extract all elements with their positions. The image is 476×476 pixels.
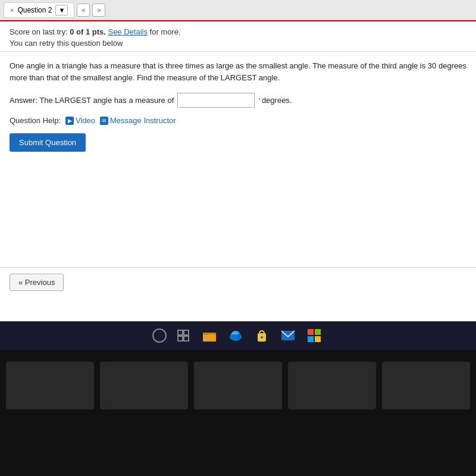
video-link[interactable]: ▶ Video [65,116,95,125]
previous-button[interactable]: « Previous [10,274,64,291]
svg-rect-1 [184,330,189,335]
bottom-nav: « Previous [0,268,476,297]
dark-block-5 [382,362,470,409]
svg-rect-2 [178,336,183,341]
edge-browser-icon[interactable] [226,326,245,345]
svg-rect-12 [308,329,314,335]
search-icon[interactable] [152,328,167,343]
score-bar: Score on last try: 0 of 1 pts. See Detai… [0,20,476,51]
answer-row: Answer: The LARGEST angle has a measure … [10,93,466,108]
svg-rect-6 [203,333,209,335]
svg-rect-15 [315,336,321,342]
tab-close-icon[interactable]: × [10,7,14,14]
svg-rect-0 [178,330,183,335]
mail-taskbar-icon[interactable] [278,326,298,345]
svg-rect-14 [308,336,314,342]
answer-prefix: Answer: The LARGEST angle has a measure … [10,96,174,105]
retry-text: You can retry this question below [10,39,466,48]
svg-rect-13 [315,329,321,335]
question-tab[interactable]: × Question 2 ▼ [4,2,74,18]
content-area: Score on last try: 0 of 1 pts. See Detai… [0,20,476,297]
video-icon: ▶ [65,117,74,125]
tab-title: Question 2 [17,6,52,14]
see-details-link[interactable]: See Details [108,27,147,36]
svg-rect-5 [203,334,216,342]
message-label: Message Instructor [110,116,176,125]
degree-superscript: ° [258,98,261,104]
score-value: 0 of 1 pts. [70,27,106,36]
video-label: Video [76,116,95,125]
taskbar [0,321,476,350]
nav-forward-btn[interactable]: > [92,4,105,17]
score-text: Score on last try: 0 of 1 pts. See Detai… [10,27,466,36]
microsoft365-icon[interactable] [305,326,324,345]
dark-block-1 [6,362,94,409]
browser-window: × Question 2 ▼ < > Score on last try: 0 … [0,0,476,321]
submit-question-button[interactable]: Submit Question [10,133,86,152]
svg-rect-3 [184,336,189,341]
svg-point-10 [261,336,263,339]
tab-bar: × Question 2 ▼ < > [0,0,476,20]
nav-back-btn[interactable]: < [77,4,90,17]
task-view-icon[interactable] [174,326,193,345]
dark-block-3 [194,362,282,409]
question-help-row: Question Help: ▶ Video ✉ Message Instruc… [10,116,466,125]
question-content: One angle in a triangle has a measure th… [0,51,476,160]
mail-icon: ✉ [100,117,108,125]
for-more-text: for more. [148,27,181,36]
security-icon[interactable] [252,326,271,345]
message-instructor-link[interactable]: ✉ Message Instructor [100,116,176,125]
score-label: Score on last try: [10,27,70,36]
dark-block-4 [288,362,376,409]
question-body: One angle in a triangle has a measure th… [10,60,466,83]
tab-dropdown-btn[interactable]: ▼ [55,5,68,15]
dark-bottom-section [0,350,476,476]
degrees-symbol: ° degrees. [258,96,292,105]
degrees-label: degrees. [262,96,292,105]
answer-input[interactable] [177,93,255,108]
file-explorer-icon[interactable] [200,326,219,345]
dark-block-2 [100,362,188,409]
help-label: Question Help: [10,116,61,125]
